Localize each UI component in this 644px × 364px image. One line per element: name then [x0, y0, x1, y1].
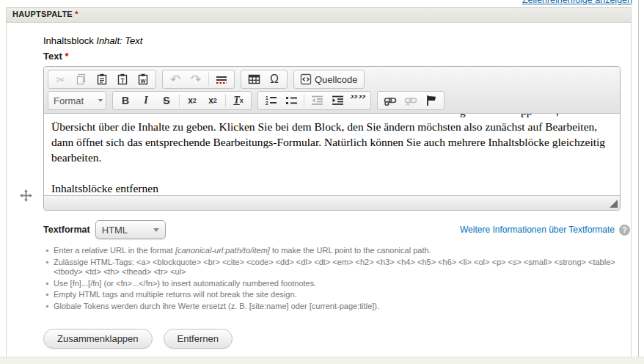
- undo-group: ↶ ↷: [162, 70, 235, 89]
- remove-button[interactable]: Entfernen: [164, 329, 233, 349]
- svg-text:T: T: [120, 77, 125, 84]
- table-icon[interactable]: [244, 71, 264, 87]
- svg-text:W: W: [140, 78, 146, 84]
- chevron-down-icon: [98, 99, 103, 102]
- required-marker: *: [75, 10, 78, 18]
- unlink-icon: [400, 92, 421, 109]
- collapse-button[interactable]: Zusammenklappen: [43, 329, 153, 349]
- source-group: Quellcode: [293, 70, 365, 89]
- italic-icon[interactable]: I: [136, 92, 156, 109]
- spellcheck-icon[interactable]: [211, 71, 232, 87]
- copy-icon: [71, 71, 92, 87]
- source-code-button[interactable]: Quellcode: [296, 71, 362, 87]
- text-format-select[interactable]: HTML: [95, 220, 166, 239]
- toolbar-separator: [208, 73, 209, 86]
- fieldset-title: HAUPTSPALTE: [12, 10, 73, 18]
- paste-from-word-icon[interactable]: W: [133, 71, 153, 87]
- paste-plain-text-icon[interactable]: T: [112, 71, 133, 87]
- toolbar-row-1: ✂ T W: [48, 70, 616, 89]
- special-character-icon[interactable]: Ω: [264, 71, 285, 87]
- editor-bottom-bar: [44, 195, 620, 210]
- resize-handle-icon[interactable]: [610, 200, 618, 208]
- toolbar-separator: [225, 94, 226, 107]
- content-block-label: Inhaltsblock Inhalt: Text: [43, 35, 621, 46]
- text-format-label: Textformat: [43, 225, 90, 235]
- help-item: Zulässige HTML-Tags: <a> <blockquote> <b…: [43, 258, 630, 277]
- superscript-icon[interactable]: x2: [202, 92, 223, 109]
- numbered-list-icon[interactable]: 12: [260, 92, 281, 109]
- editor-paragraph: Inhaltsblöcke entfernen: [51, 181, 612, 195]
- text-field-label: Text *: [43, 51, 621, 62]
- block-actions: Zusammenklappen Entfernen: [43, 329, 621, 349]
- paragraph-group: 12 ””: [257, 91, 371, 110]
- chevron-down-icon: [153, 228, 159, 232]
- format-dropdown[interactable]: Format: [48, 91, 106, 110]
- more-info-textformats-link[interactable]: Weitere Informationen über Textformate: [460, 225, 615, 235]
- remove-format-icon[interactable]: Tx: [228, 92, 249, 109]
- help-item: Enter a relative URL in the format [cano…: [43, 246, 630, 256]
- help-item: Use [fn]...[/fn] (or <fn>...</fn>) to in…: [43, 279, 630, 289]
- filter-help-list: Enter a relative URL in the format [cano…: [43, 246, 630, 311]
- fieldset-body: Inhaltsblock Inhalt: Text Text * ✂: [7, 23, 631, 349]
- editor-paragraph: Übersicht über die Inhalte zu geben. Kli…: [51, 119, 612, 165]
- insert-group: Ω: [241, 70, 288, 89]
- bold-icon[interactable]: B: [115, 92, 136, 109]
- help-icon[interactable]: ?: [619, 225, 630, 236]
- selected-format: HTML: [102, 225, 128, 236]
- block-type-label: Inhalt: Text: [96, 35, 142, 46]
- toolbar-row-2: Format B I S x2 x2: [48, 91, 616, 110]
- bullet-list-icon[interactable]: [281, 92, 301, 109]
- editor-content[interactable]: g pp , Übersicht über die Inhalte zu geb…: [44, 113, 620, 195]
- toolbar-separator: [304, 94, 304, 107]
- svg-text:1: 1: [266, 95, 268, 101]
- next-section-strip: [0, 357, 644, 364]
- wysiwyg-editor: ✂ T W: [43, 66, 621, 211]
- outdent-icon: [307, 92, 327, 109]
- cut-icon: ✂: [51, 71, 71, 87]
- paste-icon[interactable]: [92, 71, 112, 87]
- redo-icon: ↷: [186, 71, 206, 87]
- help-item: Empty HTML tags and multiple returns wil…: [43, 290, 630, 300]
- source-code-label: Quellcode: [315, 74, 358, 85]
- clipped-text-line: g pp ,: [51, 114, 612, 119]
- link-icon[interactable]: [380, 92, 400, 109]
- text-format-row: Textformat HTML Weitere Informationen üb…: [43, 220, 630, 239]
- blockquote-icon[interactable]: ””: [348, 92, 368, 109]
- editor-toolbar: ✂ T W: [44, 67, 620, 113]
- show-row-weights-link[interactable]: Zeilenreihenfolge anzeigen: [522, 0, 632, 5]
- toolbar-separator: [179, 94, 180, 107]
- required-marker: *: [65, 51, 68, 62]
- undo-icon: ↶: [165, 71, 186, 87]
- link-group: [377, 91, 444, 110]
- subscript-icon[interactable]: x2: [182, 92, 202, 109]
- format-dropdown-label: Format: [54, 95, 84, 106]
- help-item: Globale Tokens werden durch ihre Werte e…: [43, 302, 630, 312]
- basic-styles-group: B I S x2 x2 Tx: [112, 91, 252, 110]
- clipboard-group: ✂ T W: [48, 70, 156, 89]
- strikethrough-icon[interactable]: S: [156, 92, 177, 109]
- anchor-flag-icon[interactable]: [421, 92, 442, 109]
- svg-text:2: 2: [266, 101, 268, 106]
- fieldset-header: HAUPTSPALTE *: [7, 7, 631, 23]
- page-right-border: [638, 0, 639, 364]
- indent-icon[interactable]: [327, 92, 348, 109]
- hauptspalte-fieldset: HAUPTSPALTE * Inhaltsblock Inhalt: Text …: [6, 7, 632, 357]
